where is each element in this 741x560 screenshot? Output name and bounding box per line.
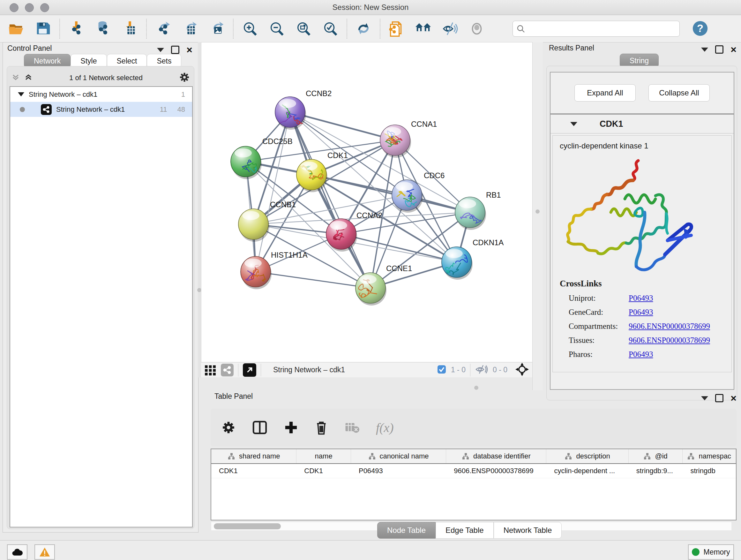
edge-HIST1H1A-CCNE1[interactable]: [256, 272, 370, 288]
node-CCNA2[interactable]: [326, 219, 357, 252]
column-header-namespac[interactable]: namespac: [683, 449, 736, 463]
cell[interactable]: stringdb: [683, 464, 736, 478]
column-header-canonical-name[interactable]: canonical name: [351, 449, 446, 463]
right-splitter[interactable]: [532, 42, 543, 390]
float-panel-icon[interactable]: [171, 46, 179, 54]
svg-text:?: ?: [697, 22, 703, 34]
show-columns-icon[interactable]: [252, 420, 267, 435]
node-CCNB2[interactable]: [275, 97, 306, 130]
birdseye-view-icon[interactable]: [243, 363, 256, 377]
left-splitter[interactable]: [198, 42, 201, 377]
export-image-icon[interactable]: [207, 19, 226, 38]
home-icon[interactable]: [414, 19, 433, 38]
import-database-icon[interactable]: [94, 19, 112, 38]
edge-CCNB2-CCNE1[interactable]: [290, 112, 370, 288]
table-options-gear-icon[interactable]: [221, 421, 235, 435]
crosshair-icon[interactable]: [515, 362, 529, 378]
search-box[interactable]: [513, 21, 680, 37]
refresh-icon[interactable]: [354, 19, 373, 38]
string-network-badge-icon[interactable]: [221, 364, 233, 376]
cell[interactable]: 9606.ENSP00000378699: [446, 464, 546, 478]
table-row[interactable]: CDK1CDK1P064939606.ENSP00000378699cyclin…: [211, 464, 736, 478]
export-table-icon[interactable]: [181, 19, 199, 38]
delete-table-icon[interactable]: [345, 421, 359, 434]
zoom-selected-icon[interactable]: [321, 19, 340, 38]
tab-node-table[interactable]: Node Table: [377, 522, 435, 539]
node-CCNE1[interactable]: [355, 273, 387, 306]
collapse-panel-icon[interactable]: [701, 48, 708, 52]
collapse-all-button[interactable]: Collapse All: [649, 84, 710, 102]
import-network-icon[interactable]: [67, 19, 85, 38]
collapse-gene-icon[interactable]: [570, 122, 577, 126]
crosslink-label: Tissues:: [560, 336, 629, 345]
float-panel-icon[interactable]: [715, 45, 724, 54]
show-all-icon[interactable]: [468, 19, 486, 38]
network-tree-row[interactable]: String Network – cdk1 1: [10, 87, 192, 102]
edge-CDK1-RB1[interactable]: [312, 175, 470, 212]
network-from-file-icon[interactable]: [387, 19, 406, 38]
column-header-database-identifier[interactable]: database identifier: [446, 449, 546, 463]
save-icon[interactable]: [34, 19, 52, 38]
memory-button[interactable]: Memory: [688, 544, 734, 560]
selected-checkbox[interactable]: [437, 365, 447, 375]
expand-all-button[interactable]: Expand All: [575, 84, 636, 102]
crosslink-link[interactable]: P06493: [629, 350, 653, 359]
node-label-CCNE1: CCNE1: [386, 264, 412, 273]
open-folder-icon[interactable]: [7, 19, 25, 38]
collapse-panel-icon[interactable]: [701, 396, 708, 400]
cell[interactable]: stringdb:9...: [629, 464, 683, 478]
zoom-in-icon[interactable]: [241, 19, 259, 38]
network-canvas[interactable]: CCNB2CCNA1CDC25BCDK1CDC6RB1CCNB1CCNA2CDK…: [201, 42, 533, 363]
cloud-button[interactable]: [7, 544, 27, 560]
export-network-icon[interactable]: [154, 19, 172, 38]
close-panel-icon[interactable]: ×: [731, 395, 737, 401]
function-builder-icon[interactable]: f(x): [376, 420, 394, 435]
warning-button[interactable]: [35, 544, 55, 560]
node-CCNB1[interactable]: [239, 209, 269, 242]
node-RB1[interactable]: [455, 197, 486, 230]
node-HIST1H1A[interactable]: [241, 256, 272, 289]
node-CDC25B[interactable]: [231, 146, 262, 179]
cell[interactable]: P06493: [351, 464, 446, 478]
column-header-shared-name[interactable]: shared name: [211, 449, 296, 463]
column-header-description[interactable]: description: [546, 449, 628, 463]
network-options-gear-icon[interactable]: [179, 72, 190, 84]
crosslink-link[interactable]: P06493: [629, 308, 653, 317]
close-panel-icon[interactable]: ×: [731, 46, 737, 53]
hscroll-thumb[interactable]: [214, 523, 281, 530]
delete-column-icon[interactable]: [315, 420, 328, 435]
cell[interactable]: cyclin-dependent ...: [546, 464, 628, 478]
column-header-name[interactable]: name: [296, 449, 351, 463]
node-table[interactable]: shared namenamecanonical namedatabase id…: [211, 449, 737, 520]
cell[interactable]: CDK1: [211, 464, 296, 478]
import-table-icon[interactable]: [121, 19, 139, 38]
column-header--id[interactable]: @id: [629, 449, 683, 463]
crosslink-link[interactable]: 9606.ENSP00000378699: [629, 336, 710, 345]
node-CDK1[interactable]: [296, 159, 327, 192]
grid-view-icon[interactable]: [204, 364, 216, 376]
tab-network-table[interactable]: Network Table: [494, 522, 562, 539]
collapse-panel-icon[interactable]: [157, 48, 164, 52]
close-panel-icon[interactable]: ×: [186, 47, 192, 53]
collapse-all-icon[interactable]: [24, 73, 32, 83]
expander-caret-icon[interactable]: [18, 92, 24, 97]
expand-all-icon[interactable]: [11, 73, 20, 83]
window-title: Session: New Session: [0, 3, 741, 12]
node-label-HIST1H1A: HIST1H1A: [271, 251, 308, 259]
node-CDKN1A[interactable]: [442, 247, 473, 280]
node-CCNA1[interactable]: [380, 125, 411, 158]
cell[interactable]: CDK1: [296, 464, 351, 478]
crosslink-link[interactable]: P06493: [629, 294, 653, 303]
help-button[interactable]: ?: [691, 19, 710, 38]
collection-count: 1: [181, 90, 185, 99]
network-tree-row[interactable]: String Network – cdk1 11 48: [10, 102, 192, 117]
hide-selected-icon[interactable]: [441, 19, 460, 38]
tab-edge-table[interactable]: Edge Table: [435, 522, 494, 539]
zoom-fit-icon[interactable]: [294, 19, 313, 38]
crosslink-link[interactable]: 9606.ENSP00000378699: [629, 322, 710, 331]
hidden-eye-slash-icon[interactable]: [475, 364, 488, 376]
zoom-out-icon[interactable]: [267, 19, 286, 38]
search-input[interactable]: [528, 24, 676, 33]
add-column-icon[interactable]: [284, 421, 298, 435]
float-panel-icon[interactable]: [715, 394, 724, 402]
